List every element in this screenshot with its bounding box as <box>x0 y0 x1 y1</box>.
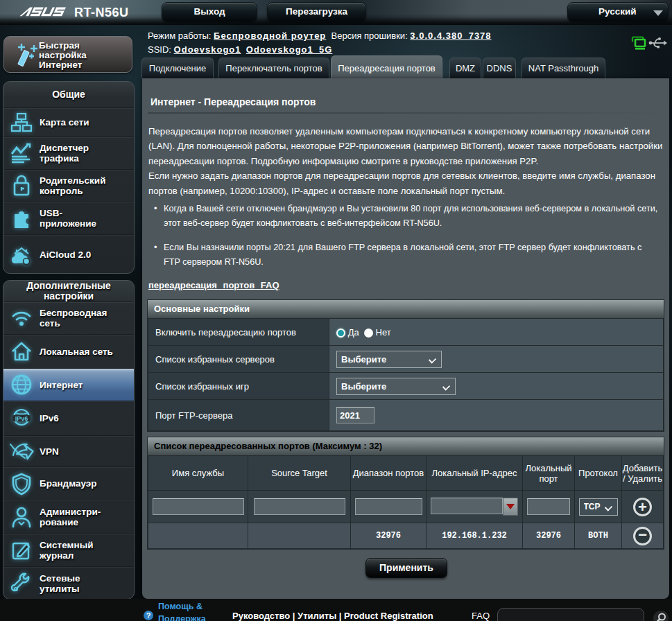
svg-text:IPv6: IPv6 <box>15 415 28 422</box>
